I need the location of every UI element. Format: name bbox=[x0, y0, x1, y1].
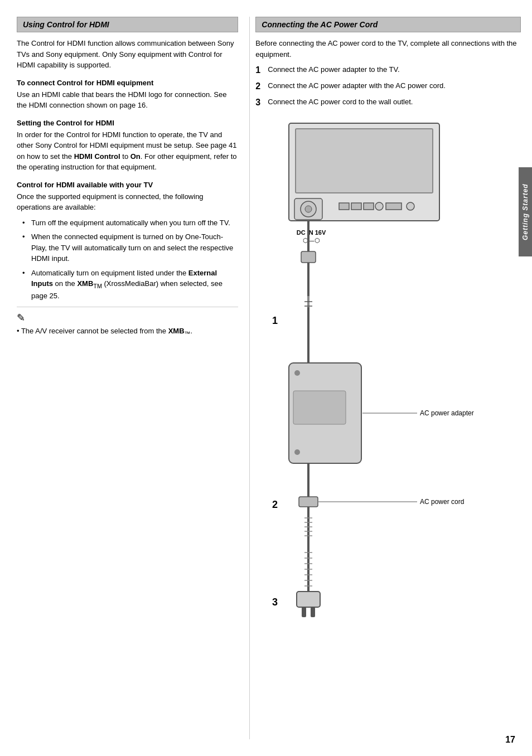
adapter-inner bbox=[293, 391, 346, 424]
bullet-list: Turn off the equipment automatically whe… bbox=[22, 217, 238, 302]
bullet3-tm: TM bbox=[93, 283, 102, 289]
step3-num-diagram: 3 bbox=[272, 597, 278, 608]
left-intro: The Control for HDMI function allows com… bbox=[17, 38, 238, 71]
tv-screen bbox=[296, 129, 433, 193]
diagram: DC IN 16V ⬡—⬡ 1 bbox=[255, 118, 521, 664]
tv-port5 bbox=[386, 203, 402, 210]
step2-num-diagram: 2 bbox=[272, 499, 278, 510]
sub3-heading: Control for HDMI available with your TV bbox=[17, 181, 238, 189]
sub2-heading: Setting the Control for HDMI bbox=[17, 119, 238, 127]
bullet3-bold1: External Inputs bbox=[31, 269, 217, 288]
note-bold: XMB bbox=[168, 327, 185, 335]
plug-prong-right bbox=[311, 607, 315, 617]
bullet-item-2: When the connected equipment is turned o… bbox=[22, 231, 238, 264]
note-prefix: • The A/V receiver cannot be selected fr… bbox=[17, 327, 168, 335]
step-2-text: Connect the AC power adapter with the AC… bbox=[268, 80, 446, 93]
step1-num-diagram: 1 bbox=[272, 315, 278, 326]
step-3-text: Connect the AC power cord to the wall ou… bbox=[268, 96, 413, 109]
left-section-header: Using Control for HDMI bbox=[17, 17, 238, 32]
step-2-number: 2 bbox=[255, 80, 268, 93]
dc-symbol: ⬡—⬡ bbox=[303, 237, 320, 244]
sidebar-label: Getting Started bbox=[519, 167, 532, 256]
right-intro: Before connecting the AC power cord to t… bbox=[255, 38, 521, 60]
steps-list: 1 Connect the AC power adapter to the TV… bbox=[255, 64, 521, 109]
plug-prong-left bbox=[302, 607, 306, 617]
dc-in-label: DC IN 16V bbox=[297, 229, 326, 236]
tv-port-circle bbox=[375, 202, 383, 210]
step-1: 1 Connect the AC power adapter to the TV… bbox=[255, 64, 521, 77]
dc-port-inner bbox=[305, 206, 312, 212]
plug-body bbox=[297, 592, 320, 607]
tv-port3 bbox=[364, 203, 374, 210]
adapter-dot1 bbox=[294, 370, 300, 376]
tv-port1 bbox=[339, 203, 349, 210]
step-1-number: 1 bbox=[255, 64, 268, 77]
page: Using Control for HDMI The Control for H… bbox=[0, 0, 532, 756]
step-1-text: Connect the AC power adapter to the TV. bbox=[268, 64, 399, 77]
note-tm: ™ bbox=[185, 330, 191, 337]
cord-connector bbox=[299, 497, 318, 507]
right-section-title: Connecting the AC Power Cord bbox=[262, 20, 378, 29]
note-text: • The A/V receiver cannot be selected fr… bbox=[17, 326, 238, 338]
sub1-heading: To connect Control for HDMI equipment bbox=[17, 79, 238, 87]
page-number: 17 bbox=[505, 735, 515, 745]
note-end: . bbox=[190, 327, 192, 335]
note-icon: ✎ bbox=[17, 312, 238, 324]
right-column: Connecting the AC Power Cord Before conn… bbox=[249, 17, 521, 739]
diagram-svg: DC IN 16V ⬡—⬡ 1 bbox=[255, 118, 478, 664]
step-3: 3 Connect the AC power cord to the wall … bbox=[255, 96, 521, 109]
step-2: 2 Connect the AC power adapter with the … bbox=[255, 80, 521, 93]
connector-plug bbox=[301, 251, 316, 263]
ac-cord-label: AC power cord bbox=[420, 498, 464, 506]
right-section-header: Connecting the AC Power Cord bbox=[255, 17, 521, 32]
sub2-mid: to bbox=[120, 152, 130, 161]
sub2-text: In order for the Control for HDMI functi… bbox=[17, 129, 238, 173]
sidebar-label-text: Getting Started bbox=[521, 183, 529, 240]
bullet-item-1: Turn off the equipment automatically whe… bbox=[22, 217, 238, 229]
note-section: ✎ • The A/V receiver cannot be selected … bbox=[17, 307, 238, 338]
sub2-bold1: HDMI Control bbox=[74, 152, 120, 161]
sub3-intro: Once the supported equipment is connecte… bbox=[17, 191, 238, 213]
left-section-title: Using Control for HDMI bbox=[23, 20, 109, 29]
tv-port-circle2 bbox=[407, 202, 414, 210]
step-3-number: 3 bbox=[255, 96, 268, 109]
tv-port2 bbox=[351, 203, 361, 210]
ac-adapter-label: AC power adapter bbox=[420, 409, 474, 417]
sub1-text: Use an HDMI cable that bears the HDMI lo… bbox=[17, 89, 238, 111]
adapter-dot2 bbox=[294, 449, 300, 455]
sub2-bold2: On bbox=[130, 152, 141, 161]
bullet3-bold2: XMB bbox=[77, 279, 93, 288]
left-column: Using Control for HDMI The Control for H… bbox=[17, 17, 249, 739]
bullet-item-3: Automatically turn on equipment listed u… bbox=[22, 268, 238, 302]
